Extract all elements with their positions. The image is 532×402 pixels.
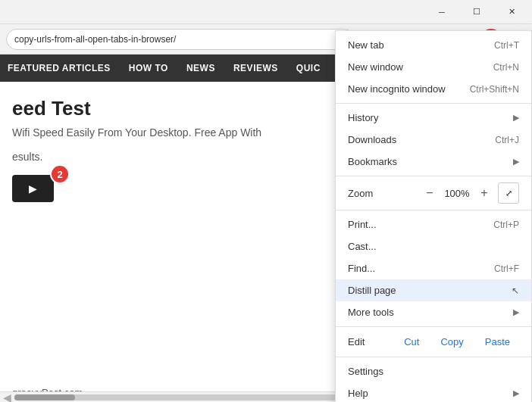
edit-label: Edit	[348, 336, 392, 347]
menu-print-label: Print...	[348, 219, 377, 230]
menu-cast[interactable]: Cast...	[336, 235, 531, 257]
menu-history-label: History	[348, 112, 378, 123]
minimize-button[interactable]: ─	[424, 0, 459, 24]
divider-3	[336, 210, 531, 210]
menu-help[interactable]: Help ▶	[336, 382, 531, 402]
menu-help-label: Help	[348, 388, 368, 399]
copy-button[interactable]: Copy	[431, 333, 472, 351]
divider-1	[336, 103, 531, 104]
maximize-button[interactable]: ☐	[459, 0, 494, 24]
menu-settings-label: Settings	[348, 366, 383, 377]
menu-new-tab[interactable]: New tab Ctrl+T	[336, 34, 531, 56]
cta-button[interactable]: ▶ 2	[12, 175, 54, 202]
menu-new-tab-label: New tab	[348, 39, 384, 51]
menu-zoom-row: Zoom − 100% + ⤢	[336, 179, 531, 207]
menu-more-tools[interactable]: More tools ▶	[336, 301, 531, 323]
help-arrow-icon: ▶	[513, 388, 519, 398]
menu-distill-label: Distill page	[348, 285, 396, 296]
menu-downloads[interactable]: Downloads Ctrl+J	[336, 129, 531, 151]
divider-4	[336, 326, 531, 327]
menu-downloads-label: Downloads	[348, 134, 396, 145]
zoom-expand-icon: ⤢	[505, 189, 512, 198]
dropdown-menu: New tab Ctrl+T New window Ctrl+N New inc…	[335, 30, 532, 402]
nav-quick[interactable]: QUIC	[296, 63, 321, 73]
menu-bookmarks-label: Bookmarks	[348, 156, 397, 167]
nav-news[interactable]: NEWS	[186, 63, 215, 73]
menu-bookmarks[interactable]: Bookmarks ▶	[336, 151, 531, 173]
menu-find-shortcut: Ctrl+F	[494, 263, 519, 274]
menu-new-tab-shortcut: Ctrl+T	[494, 40, 519, 51]
titlebar: ─ ☐ ✕	[0, 0, 532, 24]
menu-find-label: Find...	[348, 263, 375, 274]
cursor-placeholder: ↖	[512, 285, 519, 296]
menu-edit-row: Edit Cut Copy Paste	[336, 330, 531, 354]
close-button[interactable]: ✕	[494, 0, 529, 24]
menu-print-shortcut: Ctrl+P	[493, 220, 519, 230]
menu-print[interactable]: Print... Ctrl+P	[336, 213, 531, 235]
menu-history[interactable]: History ▶	[336, 107, 531, 129]
menu-new-incognito[interactable]: New incognito window Ctrl+Shift+N	[336, 78, 531, 100]
menu-distill-page[interactable]: Distill page ↖	[336, 279, 531, 301]
scroll-thumb[interactable]	[14, 394, 75, 400]
zoom-label: Zoom	[348, 188, 419, 199]
more-tools-arrow-icon: ▶	[513, 307, 519, 317]
menu-downloads-shortcut: Ctrl+J	[495, 135, 519, 145]
menu-new-window-shortcut: Ctrl+N	[493, 62, 519, 73]
badge-2: 2	[50, 164, 70, 184]
menu-cast-label: Cast...	[348, 241, 377, 252]
address-text: copy-urls-from-all-open-tabs-in-browser/	[14, 34, 176, 45]
zoom-expand-button[interactable]: ⤢	[498, 182, 519, 204]
cut-button[interactable]: Cut	[395, 333, 428, 351]
scroll-left-button[interactable]: ◀	[3, 391, 11, 403]
address-bar[interactable]: copy-urls-from-all-open-tabs-in-browser/	[6, 29, 355, 50]
zoom-percent: 100%	[440, 188, 474, 199]
menu-find[interactable]: Find... Ctrl+F	[336, 257, 531, 279]
divider-5	[336, 357, 531, 357]
nav-featured[interactable]: FEATURED ARTICLES	[8, 63, 111, 73]
nav-reviews[interactable]: REVIEWS	[233, 63, 278, 73]
history-arrow-icon: ▶	[513, 113, 519, 123]
menu-more-tools-label: More tools	[348, 307, 394, 318]
browser-toolbar: copy-urls-from-all-open-tabs-in-browser/…	[0, 24, 532, 55]
bookmarks-arrow-icon: ▶	[513, 157, 519, 167]
menu-new-window-label: New window	[348, 61, 403, 73]
zoom-minus-button[interactable]: −	[419, 182, 440, 204]
menu-new-incognito-label: New incognito window	[348, 83, 446, 95]
menu-new-incognito-shortcut: Ctrl+Shift+N	[470, 84, 519, 95]
zoom-plus-button[interactable]: +	[474, 182, 495, 204]
badge2-number: 2	[57, 169, 62, 180]
divider-2	[336, 176, 531, 176]
menu-new-window[interactable]: New window Ctrl+N	[336, 56, 531, 78]
nav-howto[interactable]: HOW TO	[129, 63, 168, 73]
menu-settings[interactable]: Settings	[336, 360, 531, 382]
paste-button[interactable]: Paste	[476, 333, 519, 351]
